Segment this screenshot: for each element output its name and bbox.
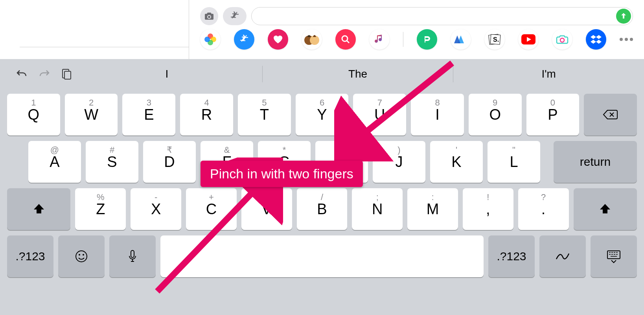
photos-app-icon[interactable] [200, 29, 221, 50]
key-main: A [50, 154, 59, 170]
key-secondary: 0 [550, 98, 555, 108]
key-secondary: ) [397, 145, 400, 155]
key-main: M [427, 201, 439, 218]
appstore-app-icon[interactable] [234, 29, 254, 50]
key-b[interactable]: /B [297, 188, 348, 230]
shift-key-left[interactable] [7, 188, 70, 230]
key-secondary: 3 [147, 98, 151, 108]
story-app-icon[interactable]: S. [484, 29, 505, 50]
key-v[interactable]: =V [241, 188, 292, 230]
key-secondary: : [431, 192, 434, 202]
more-apps-button[interactable] [620, 38, 633, 41]
key-period[interactable]: ?. [518, 188, 569, 230]
key-t[interactable]: 5T [238, 94, 291, 135]
divider [20, 47, 189, 47]
conversation-pane [0, 0, 189, 59]
key-d[interactable]: ₹D [143, 141, 196, 183]
green-app-icon[interactable] [417, 29, 437, 50]
suggestion-1[interactable]: The [263, 63, 453, 85]
undo-button[interactable] [16, 68, 28, 80]
svg-point-3 [204, 37, 210, 42]
key-secondary: = [264, 192, 269, 202]
svg-point-7 [342, 36, 348, 41]
youtube-app-icon[interactable] [518, 29, 539, 50]
key-e[interactable]: 3E [122, 94, 175, 135]
key-comma[interactable]: !, [463, 188, 513, 230]
numeric-key-right[interactable]: .?123 [488, 235, 535, 277]
svg-point-15 [76, 251, 87, 262]
key-main: P [548, 106, 558, 123]
shift-key-right[interactable] [574, 188, 637, 230]
suggestion-0[interactable]: I [72, 63, 262, 85]
key-q[interactable]: 1Q [7, 94, 60, 135]
key-main: Q [28, 106, 40, 123]
key-j[interactable]: )J [373, 141, 425, 183]
numeric-key[interactable]: .?123 [7, 235, 53, 277]
key-n[interactable]: ;N [352, 188, 403, 230]
key-w[interactable]: 2W [65, 94, 118, 135]
camera-color-app-icon[interactable] [552, 29, 572, 50]
key-secondary: - [155, 192, 157, 202]
return-key[interactable]: return [554, 141, 637, 183]
svg-rect-19 [607, 251, 620, 259]
camera-button[interactable] [200, 7, 218, 25]
key-secondary: 2 [89, 98, 94, 108]
key-secondary: # [110, 145, 114, 155]
key-a[interactable]: @A [28, 141, 81, 183]
svg-rect-18 [131, 250, 134, 258]
suggestion-2[interactable]: I'm [453, 63, 644, 85]
key-secondary: ? [541, 192, 546, 202]
key-main: K [451, 154, 461, 170]
key-l[interactable]: "L [488, 141, 540, 183]
music-app-icon[interactable] [369, 29, 390, 50]
key-o[interactable]: 9O [469, 94, 522, 135]
svg-text:S.: S. [493, 36, 499, 43]
key-secondary: / [321, 192, 323, 202]
key-main: . [541, 201, 546, 218]
clipboard-button[interactable] [61, 68, 72, 80]
redo-button[interactable] [39, 68, 50, 80]
key-main: C [206, 201, 217, 218]
message-input[interactable] [251, 7, 633, 25]
space-key[interactable] [160, 235, 484, 277]
key-secondary: " [512, 145, 515, 155]
keyboard: I The I'm 1Q2W3E4R5T6Y7U8I9O0P @A#S₹D&F*… [0, 59, 644, 315]
dictation-key[interactable] [109, 235, 156, 277]
key-m[interactable]: :M [407, 188, 458, 230]
emoji-key[interactable] [58, 235, 105, 277]
key-secondary: 1 [31, 98, 36, 108]
key-main: T [260, 106, 269, 123]
send-button[interactable] [616, 9, 631, 24]
app-strip: S. [189, 29, 644, 51]
dropbox-app-icon[interactable] [586, 29, 606, 50]
key-main: L [510, 154, 518, 170]
key-main: V [262, 201, 272, 218]
key-i[interactable]: 8I [411, 94, 464, 135]
key-y[interactable]: 6Y [296, 94, 349, 135]
compose-area: S. [189, 0, 644, 59]
key-secondary: ! [487, 192, 489, 202]
key-main: O [489, 106, 501, 123]
backspace-key[interactable] [584, 94, 637, 135]
heart-app-icon[interactable] [268, 29, 288, 50]
key-k[interactable]: 'K [430, 141, 483, 183]
key-main: Y [317, 106, 327, 123]
key-u[interactable]: 7U [353, 94, 406, 135]
key-p[interactable]: 0P [526, 94, 580, 135]
key-x[interactable]: -X [131, 188, 181, 230]
key-z[interactable]: %Z [75, 188, 126, 230]
dismiss-keyboard-key[interactable] [591, 235, 637, 277]
blue-triangle-app-icon[interactable] [451, 29, 471, 50]
key-secondary: * [283, 145, 286, 155]
handwriting-key[interactable] [539, 235, 586, 277]
key-main: N [372, 201, 383, 218]
key-r[interactable]: 4R [180, 94, 233, 135]
search-app-icon[interactable] [335, 29, 356, 50]
key-main: I [435, 106, 440, 123]
key-secondary: ; [376, 192, 379, 202]
key-c[interactable]: +C [186, 188, 237, 230]
memoji-app-icon[interactable] [302, 29, 322, 50]
key-s[interactable]: #S [86, 141, 138, 183]
key-main: X [151, 201, 161, 218]
apps-button[interactable] [223, 7, 247, 25]
